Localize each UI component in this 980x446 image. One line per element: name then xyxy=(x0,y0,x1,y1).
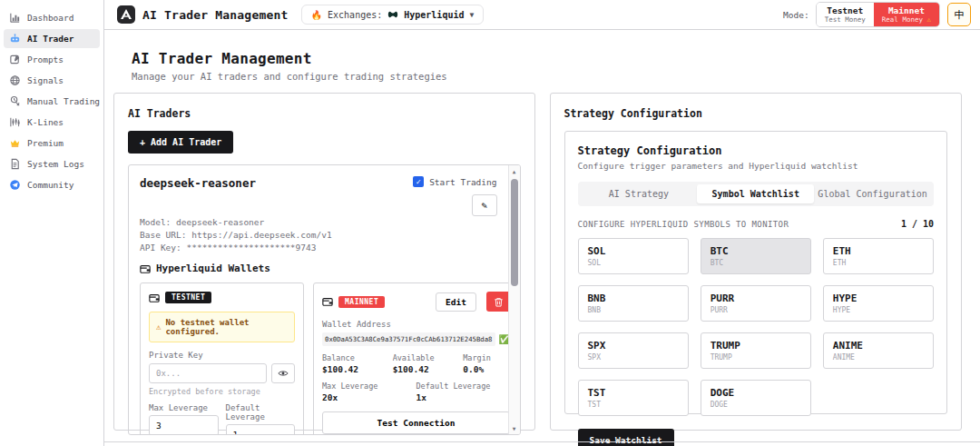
symbol-sub-label: SPX xyxy=(588,353,679,362)
default-leverage-label: Default Leverage xyxy=(226,403,296,421)
sidebar-item-ai-trader[interactable]: AI Trader xyxy=(4,29,100,48)
sidebar-item-signals[interactable]: Signals xyxy=(4,71,100,90)
private-key-input[interactable] xyxy=(149,363,267,383)
symbol-name: PURR xyxy=(710,292,801,304)
wallets-section-title: Hyperliquid Wallets xyxy=(140,263,497,274)
symbol-card-hype[interactable]: HYPEHYPE xyxy=(823,285,934,322)
warning-icon: ⚠ xyxy=(926,15,931,24)
testnet-badge: TESTNET xyxy=(165,292,211,303)
mainnet-mode-button[interactable]: Mainnet Real Money ⚠ xyxy=(874,3,939,26)
delete-wallet-button[interactable] xyxy=(486,292,508,312)
symbol-card-trump[interactable]: TRUMPTRUMP xyxy=(701,332,811,369)
language-toggle-button[interactable]: 中 xyxy=(947,3,971,26)
trader-name: deepseek-reasoner xyxy=(140,176,256,216)
sidebar-item-prompts[interactable]: Prompts xyxy=(4,50,100,69)
symbol-sub-label: BNB xyxy=(588,306,679,314)
strategy-config-panel: Strategy Configuration Strategy Configur… xyxy=(550,93,963,431)
edit-wallet-button[interactable]: Edit xyxy=(436,292,476,312)
margin-value: 0.0% xyxy=(463,364,507,374)
sidebar-item-premium[interactable]: Premium xyxy=(4,134,100,153)
sidebar-item-label: Dashboard xyxy=(27,13,74,23)
max-leverage-label: Max Leverage xyxy=(149,403,219,412)
private-key-label: Private Key xyxy=(149,351,295,360)
default-leverage-input[interactable] xyxy=(226,424,296,434)
premium-icon xyxy=(9,137,21,149)
wallet-address-label: Wallet Address xyxy=(322,320,508,329)
symbol-card-bnb[interactable]: BNBBNB xyxy=(578,285,689,322)
symbol-card-btc[interactable]: BTCBTC xyxy=(701,238,811,274)
wallet-address-value: 0x0DaA53C3A8Ce9a37571Fc0cCAb613712E245Bd… xyxy=(322,332,495,346)
testnet-warning: ⚠ No testnet wallet configured. xyxy=(149,312,295,342)
default-leverage-value: 1x xyxy=(416,392,508,402)
verified-check-icon: ✅ xyxy=(499,335,508,344)
sidebar-item-community[interactable]: Community xyxy=(4,175,100,194)
testnet-wallet-box: TESTNET ⚠ No testnet wallet configured. … xyxy=(140,282,304,434)
symbol-card-sol[interactable]: SOLSOL xyxy=(578,238,689,274)
exchanges-dropdown[interactable]: 🔥 Exchanges: Hyperliquid ▼ xyxy=(301,5,485,25)
trader-base-url: Base URL: https://api.deepseek.com/v1 xyxy=(140,230,497,240)
mainnet-wallet-box: MAINNET Edit Wallet Address 0x0DaA53 xyxy=(313,282,508,434)
sidebar-item-label: Prompts xyxy=(27,55,64,64)
show-private-key-button[interactable] xyxy=(271,363,295,383)
add-ai-trader-button[interactable]: + Add AI Trader xyxy=(128,131,233,154)
symbol-sub-label: TRUMP xyxy=(710,353,801,362)
symbol-sub-label: DOGE xyxy=(710,401,801,409)
tab-ai-strategy[interactable]: AI Strategy xyxy=(581,184,698,203)
scroll-up-arrow[interactable]: ▲ xyxy=(513,165,516,177)
app-logo xyxy=(117,5,135,24)
mainnet-subtitle: Real Money ⚠ xyxy=(882,15,931,24)
warning-icon: ⚠ xyxy=(156,322,161,332)
save-watchlist-button[interactable]: Save Watchlist xyxy=(578,429,674,446)
symbol-card-spx[interactable]: SPXSPX xyxy=(578,332,689,369)
page-subtitle: Manage your AI traders and configure tra… xyxy=(132,71,962,82)
scroll-down-arrow[interactable]: ▼ xyxy=(513,422,516,434)
scrollbar-thumb[interactable] xyxy=(511,179,518,286)
bottom-divider xyxy=(104,441,980,442)
scrollbar-track[interactable] xyxy=(509,177,520,422)
strategy-card-subtitle: Configure trigger parameters and Hyperli… xyxy=(578,161,935,171)
testnet-mode-button[interactable]: Testnet Test Money xyxy=(817,3,874,26)
wallet-icon xyxy=(149,292,160,303)
sidebar-item-dashboard[interactable]: Dashboard xyxy=(4,8,100,27)
start-trading-checkbox[interactable]: ✓ xyxy=(413,176,424,187)
exchanges-label: Exchanges: xyxy=(328,10,382,20)
testnet-title: Testnet xyxy=(825,5,866,15)
symbol-name: TRUMP xyxy=(710,340,801,352)
symbol-card-purr[interactable]: PURRPURR xyxy=(701,285,811,322)
sidebar-item-manual-trading[interactable]: Manual Trading xyxy=(4,92,100,111)
available-label: Available xyxy=(393,353,464,362)
symbol-card-anime[interactable]: ANIMEANIME xyxy=(823,332,934,369)
symbol-sub-label: SOL xyxy=(588,259,679,267)
symbol-card-doge[interactable]: DOGEDOGE xyxy=(701,380,811,416)
page-title: AI Trader Management xyxy=(132,50,962,67)
manual-trading-icon xyxy=(9,95,21,107)
trader-card-scrollbar[interactable]: ▲ ▼ xyxy=(508,165,520,434)
symbol-card-tst[interactable]: TSTTST xyxy=(578,380,689,416)
sidebar-item-label: AI Trader xyxy=(27,34,74,44)
max-leverage-label: Max Leverage xyxy=(322,382,416,391)
balance-value: $100.42 xyxy=(322,364,393,374)
symbol-name: BTC xyxy=(710,245,801,257)
main-content: AI Trader Management Manage your AI trad… xyxy=(104,30,980,446)
edit-trader-button[interactable]: ✎ xyxy=(472,194,497,216)
strategy-card-title: Strategy Configuration xyxy=(578,144,935,157)
mode-label: Mode: xyxy=(783,10,809,20)
symbol-name: TST xyxy=(588,387,679,399)
ai-traders-panel: AI Traders + Add AI Trader deepseek-reas… xyxy=(113,93,535,431)
symbol-name: ETH xyxy=(833,245,924,257)
trader-card-scroll-area: deepseek-reasoner ✓ Start Trading ✎ Mode… xyxy=(129,165,508,434)
eye-icon xyxy=(278,368,289,379)
tab-global-configuration[interactable]: Global Configuration xyxy=(814,184,931,203)
sidebar-item-label: Premium xyxy=(27,138,64,148)
test-connection-button[interactable]: Test Connection xyxy=(322,411,508,434)
tab-symbol-watchlist[interactable]: Symbol Watchlist xyxy=(697,184,814,203)
max-leverage-input[interactable] xyxy=(149,415,219,434)
start-trading-label: Start Trading xyxy=(429,177,496,187)
strategy-config-card: Strategy Configuration Configure trigger… xyxy=(564,131,948,414)
mainnet-badge: MAINNET xyxy=(338,296,385,308)
system-logs-icon xyxy=(9,158,21,170)
sidebar-item-label: K-Lines xyxy=(27,117,64,127)
symbol-card-eth[interactable]: ETHETH xyxy=(823,238,934,274)
sidebar-item-k-lines[interactable]: K-Lines xyxy=(4,113,100,132)
sidebar-item-system-logs[interactable]: System Logs xyxy=(4,154,100,173)
